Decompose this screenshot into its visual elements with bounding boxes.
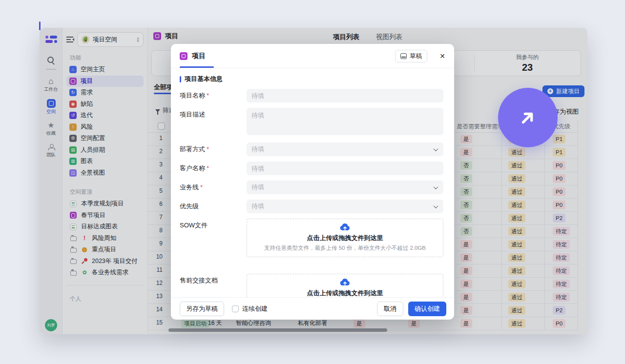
- form-field-desc: 项目描述: [180, 108, 443, 137]
- bizline-select[interactable]: 待填: [247, 181, 443, 194]
- section-accent-bar: [180, 76, 181, 82]
- field-control: 待填: [247, 181, 443, 194]
- field-label: 项目名称*: [180, 89, 247, 102]
- field-control: [247, 162, 443, 175]
- arrow-up-right-icon: [517, 106, 539, 129]
- required-asterisk: *: [207, 145, 209, 153]
- continuous-create-checkbox[interactable]: [232, 305, 239, 312]
- field-control: 点击上传或拖拽文件到这里支持任意类型文件，最多上传 50 份，单份文件大小不超过…: [247, 219, 443, 257]
- close-icon[interactable]: ✕: [439, 53, 445, 60]
- field-control: [247, 89, 443, 102]
- chevron-down-icon: [434, 184, 438, 189]
- select-placeholder: 待填: [251, 145, 264, 154]
- section-basic-info: 项目基本信息: [180, 75, 443, 83]
- modal-tab-underline: [180, 66, 214, 68]
- modal-footer: 另存为草稿 连续创建 取消 确认创建: [171, 297, 454, 320]
- presales-upload-dropzone[interactable]: 点击上传或拖拽文件到这里支持任意类型文件，最多上传 50 份，单份文件大小不超过…: [247, 274, 443, 297]
- field-label: 售前交接文档: [180, 274, 247, 297]
- window-accent-bar: [39, 21, 41, 30]
- upload-title: 点击上传或拖拽文件到这里: [251, 234, 439, 243]
- field-control: 待填: [247, 142, 443, 156]
- form-field-bizline: 业务线*待填: [180, 181, 443, 194]
- form-field-presales: 售前交接文档点击上传或拖拽文件到这里支持任意类型文件，最多上传 50 份，单份文…: [180, 274, 443, 297]
- select-placeholder: 待填: [251, 183, 264, 192]
- form-field-priority: 优先级待填: [180, 200, 443, 213]
- field-label: 业务线*: [180, 181, 247, 194]
- priority-select[interactable]: 待填: [247, 200, 443, 213]
- modal-tabbar: [171, 67, 454, 68]
- cursor-highlight-circle: [498, 88, 558, 147]
- required-asterisk: *: [200, 183, 203, 191]
- field-label: 项目描述: [180, 108, 247, 137]
- required-asterisk: *: [207, 164, 209, 172]
- form-field-customer: 客户名称*: [180, 162, 443, 175]
- field-control: 点击上传或拖拽文件到这里支持任意类型文件，最多上传 50 份，单份文件大小不超过…: [247, 274, 443, 297]
- draft-box-icon: [400, 53, 407, 59]
- modal-body: 项目基本信息 项目名称*项目描述部署方式*待填客户名称*业务线*待填优先级待填S…: [171, 68, 454, 297]
- form-field-deploy: 部署方式*待填: [180, 142, 443, 156]
- draft-button[interactable]: 草稿: [395, 50, 427, 62]
- modal-header: 项目 草稿 ✕: [171, 44, 454, 62]
- cloud-upload-icon: [340, 223, 350, 231]
- chevron-down-icon: [434, 146, 438, 151]
- continuous-create-label: 连续创建: [242, 304, 268, 313]
- name-input[interactable]: [247, 89, 443, 102]
- desktop-background: ⌂工作台空间★收藏团队 刘梦 项目空间 ∧∨ 功能 ⌂空间主页项目↻需求◉缺陷↺…: [0, 0, 625, 364]
- save-draft-button[interactable]: 另存为草稿: [180, 302, 224, 316]
- create-project-modal: 项目 草稿 ✕ 项目基本信息 项目名称*项目描述部署方式*待填客户名称*业务线*…: [171, 44, 454, 320]
- confirm-create-button[interactable]: 确认创建: [408, 302, 446, 316]
- field-control: [247, 108, 443, 137]
- modal-title: 项目: [192, 52, 206, 61]
- field-label: SOW文件: [180, 219, 247, 257]
- upload-hint: 支持任意类型文件，最多上传 50 份，单份文件大小不超过 2.0GB: [251, 244, 439, 252]
- customer-input[interactable]: [247, 162, 443, 175]
- cloud-upload-icon: [340, 279, 350, 286]
- form-field-name: 项目名称*: [180, 89, 443, 102]
- field-label: 部署方式*: [180, 142, 247, 156]
- select-placeholder: 待填: [251, 202, 264, 211]
- form-field-sow: SOW文件点击上传或拖拽文件到这里支持任意类型文件，最多上传 50 份，单份文件…: [180, 219, 443, 257]
- desc-input[interactable]: [247, 108, 443, 135]
- cancel-button[interactable]: 取消: [377, 302, 403, 316]
- deploy-select[interactable]: 待填: [247, 142, 443, 156]
- project-icon: [180, 52, 188, 60]
- field-control: 待填: [247, 200, 443, 213]
- form-rows: 项目名称*项目描述部署方式*待填客户名称*业务线*待填优先级待填SOW文件点击上…: [180, 89, 443, 297]
- field-label: 优先级: [180, 200, 247, 213]
- chevron-down-icon: [434, 203, 438, 208]
- upload-title: 点击上传或拖拽文件到这里: [251, 289, 439, 297]
- sow-upload-dropzone[interactable]: 点击上传或拖拽文件到这里支持任意类型文件，最多上传 50 份，单份文件大小不超过…: [247, 219, 443, 257]
- required-asterisk: *: [207, 92, 209, 99]
- field-label: 客户名称*: [180, 162, 247, 175]
